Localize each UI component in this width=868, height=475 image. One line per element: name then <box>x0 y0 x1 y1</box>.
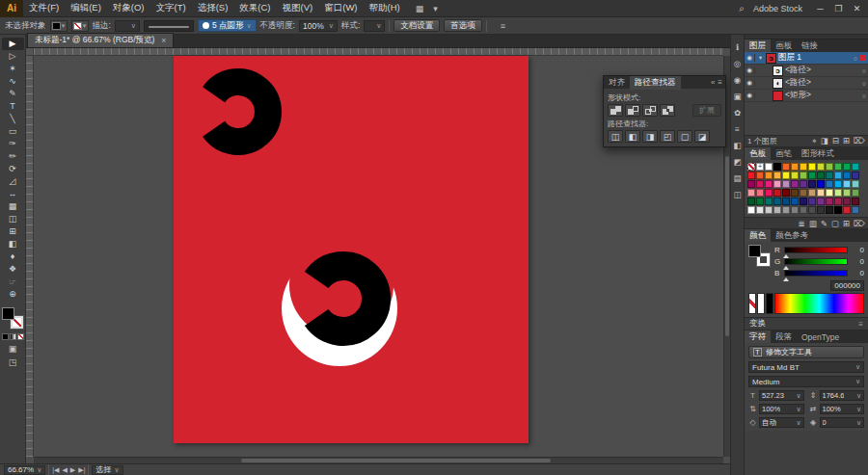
swatch[interactable] <box>817 180 825 188</box>
menu-item-1[interactable]: 编辑(E) <box>65 2 107 14</box>
lasso-tool[interactable]: ∿ <box>2 75 24 88</box>
swatch[interactable] <box>756 180 764 188</box>
gradient-tool[interactable]: ◧ <box>2 238 24 251</box>
swatch[interactable] <box>765 172 773 179</box>
horizontal-scrollbar[interactable] <box>34 457 723 463</box>
stroke-color-control[interactable]: ▾ <box>71 20 89 32</box>
swatch[interactable] <box>834 206 842 214</box>
gradient-paint-button[interactable] <box>10 333 16 340</box>
black-color-swatch[interactable] <box>766 293 773 314</box>
layer-target-icon[interactable]: ○ <box>854 55 857 62</box>
layer-row[interactable]: ◉◖<路径>○ <box>745 77 868 90</box>
visibility-eye-icon[interactable]: ◉ <box>745 66 755 74</box>
maximize-button[interactable]: ❐ <box>829 0 848 17</box>
scale-tool[interactable]: ◿ <box>2 175 24 188</box>
swatch[interactable] <box>747 189 755 197</box>
swatch[interactable] <box>765 180 773 188</box>
adobe-stock-link[interactable]: Adobe Stock <box>753 4 802 13</box>
fill-black-indicator[interactable] <box>2 307 14 320</box>
document-tab[interactable]: 未标题-1* @ 66.67% (RGB/预览) × <box>27 33 174 47</box>
vertical-scale-field-input[interactable]: 100%∨ <box>759 404 804 414</box>
layers-tab-1[interactable]: 画板 <box>771 40 797 52</box>
swatch[interactable] <box>782 198 790 205</box>
minimize-button[interactable]: ─ <box>811 0 829 17</box>
stroke-panel-icon[interactable]: ≡ <box>735 124 740 134</box>
menu-item-0[interactable]: 文件(F) <box>23 2 65 14</box>
swatch[interactable] <box>800 206 807 214</box>
black-arc-shape-top[interactable] <box>214 82 268 142</box>
layer-row[interactable]: ◉<矩形>○ <box>745 90 868 102</box>
divide-icon[interactable]: ◫ <box>608 130 623 143</box>
magic-wand-tool[interactable]: ✶ <box>2 63 24 75</box>
swatch[interactable] <box>773 180 781 188</box>
gradient-panel-icon[interactable]: ◧ <box>733 141 741 150</box>
swatch[interactable] <box>800 198 807 205</box>
transform-menu-icon[interactable]: ≡ <box>858 320 863 329</box>
first-artboard-icon[interactable]: |◀ <box>52 466 59 474</box>
panel-menu-icon[interactable]: ≡ <box>718 78 722 87</box>
prev-artboard-icon[interactable]: ◀ <box>62 466 67 474</box>
horizontal-scale-field-input[interactable]: 100%∨ <box>820 404 865 414</box>
color-guide-panel-icon[interactable]: ◎ <box>734 59 741 68</box>
swatch[interactable] <box>808 198 816 205</box>
next-artboard-icon[interactable]: ▶ <box>70 466 75 474</box>
pathfinder-panel[interactable]: 对齐路径查找器 « ≡ 形状模式: 扩展 <box>603 75 726 147</box>
leading-field-input[interactable]: 1764.6∨ <box>820 390 865 401</box>
font-size-field[interactable]: T527.23∨ <box>748 390 804 401</box>
swatch[interactable] <box>852 198 859 205</box>
swatch[interactable] <box>826 163 833 171</box>
swatch[interactable] <box>773 189 781 197</box>
font-style-select[interactable]: Medium∨ <box>748 376 864 387</box>
shape-builder-tool[interactable]: ◫ <box>2 213 24 225</box>
transform-panel-header[interactable]: 变换 ≡ <box>745 318 868 330</box>
pathfinder-panel-icon[interactable]: ◫ <box>733 190 741 199</box>
type-tool[interactable]: T <box>2 100 24 113</box>
swatch[interactable] <box>852 206 859 214</box>
swatch[interactable] <box>826 189 833 197</box>
close-button[interactable]: ✕ <box>848 0 866 17</box>
swatch[interactable] <box>817 172 825 179</box>
swatch[interactable] <box>852 189 859 197</box>
menu-item-3[interactable]: 文字(T) <box>150 2 192 14</box>
pencil-tool[interactable]: ✏ <box>2 150 24 163</box>
fill-stroke-indicator[interactable] <box>2 307 23 329</box>
swatch[interactable] <box>791 180 799 188</box>
shape-mode-exclude-button[interactable] <box>660 104 675 117</box>
swatch[interactable] <box>782 163 790 171</box>
swatch[interactable] <box>791 163 799 171</box>
document-setup-button[interactable]: 文档设置 <box>393 19 440 32</box>
shape-mode-minus-front-button[interactable] <box>625 104 640 117</box>
artboard[interactable] <box>174 56 529 443</box>
zoom-select[interactable]: 66.67%∨ <box>4 465 45 475</box>
swatch[interactable] <box>800 180 807 188</box>
channel-value[interactable]: 0 <box>851 269 864 277</box>
layer-name[interactable]: <矩形> <box>785 90 860 101</box>
appearance-panel-icon[interactable]: ◉ <box>734 75 741 85</box>
none-paint-button[interactable] <box>17 333 24 340</box>
swatch[interactable] <box>808 206 816 214</box>
blend-tool[interactable]: ❖ <box>2 263 24 276</box>
swatch-registration[interactable]: + <box>756 163 764 171</box>
layer-target-icon[interactable]: ○ <box>862 67 866 74</box>
channel-value[interactable]: 0 <box>851 246 864 254</box>
canvas[interactable]: 对齐路径查找器 « ≡ 形状模式: 扩展 <box>26 48 730 463</box>
swatch[interactable] <box>852 163 859 171</box>
symbols-panel-icon[interactable]: ✿ <box>734 108 741 118</box>
swatch[interactable] <box>765 198 773 205</box>
swatch[interactable] <box>843 163 851 171</box>
new-sublayer-icon[interactable]: ⊟ <box>832 136 839 146</box>
eyedropper-tool[interactable]: ♦ <box>2 251 24 263</box>
document-close-icon[interactable]: × <box>161 36 166 45</box>
delete-layer-icon[interactable]: ⌦ <box>854 136 865 146</box>
swatch[interactable] <box>782 180 790 188</box>
font-family-select[interactable]: Futura Md BT∨ <box>748 361 864 373</box>
menu-item-6[interactable]: 视图(V) <box>277 2 319 14</box>
swatch[interactable] <box>765 163 773 171</box>
swatch-none[interactable] <box>747 163 755 171</box>
menu-item-5[interactable]: 效果(C) <box>233 2 276 14</box>
swatch[interactable] <box>800 163 807 171</box>
layer-target-icon[interactable]: ○ <box>862 80 866 87</box>
layer-target-icon[interactable]: ○ <box>862 92 866 99</box>
info-panel-icon[interactable]: ℹ <box>736 42 739 52</box>
swatch[interactable] <box>756 172 764 179</box>
